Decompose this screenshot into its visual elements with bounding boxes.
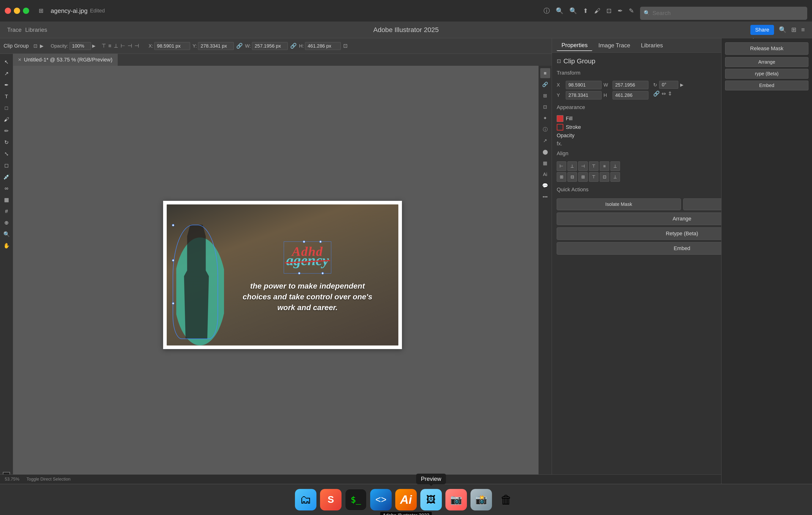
fit-icon[interactable]: ⊡ [343,43,347,49]
minimize-button[interactable] [14,8,20,14]
distribute-left-btn[interactable]: ⊞ [557,172,566,182]
type-tool[interactable]: T [2,92,11,101]
tab-close-btn[interactable]: ✕ [18,57,22,62]
search-bar[interactable]: 🔍 [640,7,807,20]
rotate-input[interactable] [659,81,678,89]
tw-input[interactable] [613,81,648,89]
tx-input[interactable] [566,81,602,89]
paintbrush-icon[interactable]: 🖌 [594,7,601,15]
search-icon2[interactable]: 🔍 [779,26,786,33]
isolate-icon[interactable]: ⊡ [33,43,37,49]
align-mid-btn[interactable]: ≡ [600,161,609,171]
markup-icon[interactable]: ✒ [617,7,623,15]
gradient-icon2[interactable]: ▦ [540,158,550,168]
shape-tool[interactable]: □ [2,103,11,113]
zoom-tool[interactable]: 🔍 [2,229,11,239]
mesh-tool[interactable]: # [2,207,11,216]
maximize-button[interactable] [23,8,29,14]
align-left-icon[interactable]: ⊢ [121,43,125,49]
grid-icon[interactable]: ⊞ [791,26,796,33]
link-transform-icon[interactable]: 🔗 [653,91,660,97]
align-right-btn[interactable]: ⊣ [578,161,588,171]
dock-item-terminal[interactable]: $_ [345,489,367,511]
stroke-swatch[interactable] [557,124,563,131]
dock-item-finder[interactable]: 🗂 [295,489,316,511]
paintbrush-tool[interactable]: 🖌 [2,115,11,124]
select-tool[interactable]: ↖ [2,57,11,67]
flip-v-icon[interactable]: ⇕ [668,91,672,97]
type-icon2[interactable]: Ai [540,169,550,179]
shape-builder-tool[interactable]: ⊕ [2,218,11,227]
align-top-icon[interactable]: ⊤ [102,43,106,49]
align-bottom-icon[interactable]: ⊥ [114,43,118,49]
more-icon[interactable]: ••• [540,192,550,202]
close-button[interactable] [5,8,11,14]
layout-icon[interactable]: ⊞ [39,7,44,14]
dock-item-trash[interactable]: 🗑 [496,489,517,511]
zoom-out-icon[interactable]: 🔍 [569,7,577,15]
symbols-icon[interactable]: ✦ [540,113,550,123]
artboards-icon[interactable]: ⊡ [540,102,550,112]
flip-h-icon[interactable]: ⇔ [662,91,666,97]
rotate-more-icon[interactable]: ▶ [680,82,684,87]
hand-tool[interactable]: ✋ [2,241,11,250]
th-input[interactable] [613,91,648,100]
align-center-btn[interactable]: ⊥ [568,161,577,171]
dock-item-vscode[interactable]: <> [370,489,392,511]
distribute-top-btn[interactable]: ⊤ [589,172,599,182]
dock-item-setapp[interactable]: S [320,489,342,511]
far-release-mask-button[interactable]: Release Mask [725,42,808,55]
align-right-icon[interactable]: ⊣ [135,43,139,49]
distribute-center-btn[interactable]: ⊟ [568,172,577,182]
rotate-tool[interactable]: ↻ [2,138,11,147]
isolate-mask-button[interactable]: Isolate Mask [557,198,681,210]
pen-tool[interactable]: ✒ [2,80,11,90]
fill-swatch[interactable] [557,115,563,122]
far-embed-button[interactable]: Embed [725,81,808,90]
settings-icon[interactable]: ≡ [801,26,805,33]
x-input[interactable] [154,42,190,50]
opacity-input[interactable] [69,42,91,50]
far-arrange-button[interactable]: Arrange [725,57,808,67]
dock-item-preview[interactable]: 🖼 Preview [420,489,442,511]
blend-tool[interactable]: ∞ [2,184,11,193]
far-retype-button[interactable]: rype (Beta) [725,69,808,79]
zoom-in-icon[interactable]: 🔍 [556,7,563,15]
pencil-tool[interactable]: ✏ [2,126,11,136]
document-tab[interactable]: ✕ Untitled-1* @ 53.75 % (RGB/Preview) [13,54,117,66]
align-left-btn[interactable]: ⊢ [557,161,566,171]
notes-icon[interactable]: ✎ [629,7,634,15]
direct-select-tool[interactable]: ↗ [2,69,11,78]
color-icon[interactable]: ⬤ [540,147,550,157]
align-center-v-icon[interactable]: ≡ [109,43,112,49]
dock-item-photos[interactable]: 📷 [445,489,467,511]
h-input[interactable] [305,42,341,50]
info-icon2[interactable]: ⓘ [540,124,550,134]
search-input[interactable] [652,10,772,17]
artboard[interactable]: Adhd agency [163,201,402,349]
info-icon[interactable]: ⓘ [544,7,550,15]
align-bottom-btn[interactable]: ⊥ [610,161,620,171]
link-wh-icon[interactable]: 🔗 [290,43,297,49]
align-center-h-icon[interactable]: ⊣ [127,43,132,49]
gradient-tool[interactable]: ▦ [2,195,11,205]
dock-item-illustrator[interactable]: Ai Adobe Illustrator 2023 [395,489,417,511]
y-input[interactable] [198,42,234,50]
eyedropper-tool[interactable]: 💉 [2,172,11,182]
canvas-area[interactable]: Adhd agency [13,66,552,484]
ty-input[interactable] [566,91,602,100]
share-button[interactable]: Share [750,25,774,35]
opacity-chevron[interactable]: ▶ [92,43,95,49]
dock-item-capture[interactable]: 📸 [470,489,492,511]
distribute-bottom-btn[interactable]: ⊥ [610,172,620,182]
link-icon[interactable]: 🔗 [236,43,243,49]
layers-icon[interactable]: ⊞ [540,91,550,101]
tab-image-trace[interactable]: Image Trace [593,40,635,51]
tab-properties[interactable]: Properties [557,40,592,51]
distribute-right-btn[interactable]: ⊞ [578,172,588,182]
comment-icon[interactable]: 💬 [540,181,550,191]
link-icon2[interactable]: 🔗 [540,79,550,89]
tab-libraries[interactable]: Libraries [636,40,668,51]
eraser-tool[interactable]: ◻ [2,161,11,170]
share-icon[interactable]: ⬆ [583,7,588,15]
